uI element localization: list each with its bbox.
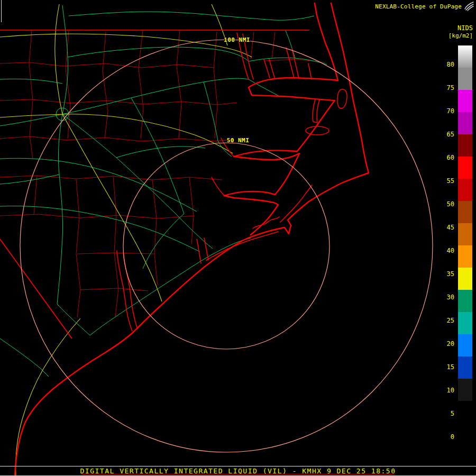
roanoke-island-path	[337, 89, 347, 108]
colorbar-segment	[458, 290, 472, 312]
colorbar-segment	[458, 68, 472, 90]
colorbar-tick-label: 80	[440, 45, 454, 69]
highways-layer	[0, 4, 252, 476]
colorbar-units: [kg/m2]	[431, 32, 473, 39]
colorbar-segment	[458, 268, 472, 290]
state-borders-layer	[0, 30, 309, 338]
colorbar-labels: 80757065605550454035302520151050	[440, 45, 454, 441]
colorbar-segment	[458, 312, 472, 334]
outer-banks-path	[285, 3, 369, 234]
colorbar-tick-label: 30	[440, 278, 454, 301]
colorbar-tick-label: 65	[440, 115, 454, 139]
colorbar-segment	[458, 334, 472, 356]
highways-path	[0, 4, 252, 476]
colorbar-segment	[458, 223, 472, 245]
colorbar-tick-label: 50	[440, 185, 454, 208]
colorbar-segment	[458, 401, 472, 423]
colorbar-segment	[458, 356, 472, 379]
range-ring-100nmi	[20, 40, 433, 452]
colorbar-segment	[458, 90, 472, 112]
footer-rule-top	[0, 466, 476, 466]
colorbar-tick-label: 60	[440, 139, 454, 162]
colorbar-segment	[458, 201, 472, 223]
colorbar-tick-label: 70	[440, 92, 454, 115]
colorbar-segment	[458, 112, 472, 134]
colorbar-segment	[458, 134, 472, 157]
colorbar-tick-label: 75	[440, 69, 454, 92]
range-ring-label-100nmi: 100 NMI	[224, 36, 250, 43]
colorbar-segment	[458, 379, 472, 401]
range-ring-50nmi	[123, 143, 329, 349]
range-rings-layer	[20, 40, 433, 452]
colorbar-segment	[458, 179, 472, 201]
colorbar-segment	[458, 245, 472, 268]
colorbar-tick-label: 15	[440, 348, 454, 371]
colorbar-tick-label: 20	[440, 325, 454, 348]
ocean-coastline-path	[15, 227, 285, 476]
footer-underline	[81, 474, 395, 474]
radar-map	[0, 0, 476, 476]
county-borders-layer	[0, 30, 325, 317]
colorbar-tick-label: 5	[440, 395, 454, 418]
colorbar-tick-label: 10	[440, 371, 454, 395]
county-borders-path	[0, 30, 325, 317]
range-ring-label-50nmi: 50 NMI	[227, 137, 250, 144]
colorbar-tick-label: 45	[440, 208, 454, 232]
colorbar-tick-label: 35	[440, 255, 454, 278]
attribution-text: NEXLAB-College of DuPage	[375, 3, 462, 10]
map-border-tick	[1, 0, 2, 22]
lake-mattamuskeet	[306, 126, 329, 135]
colorbar-segments	[458, 45, 472, 423]
radar-display: 100 NMI 50 NMI NEXLAB-College of DuPage …	[0, 0, 476, 476]
cod-logo-icon	[464, 1, 474, 12]
colorbar-tick-label: 25	[440, 301, 454, 325]
colorbar-tick-label: 55	[440, 162, 454, 185]
colorbar-title: NIDS	[431, 24, 473, 32]
state-border-path	[0, 30, 309, 338]
colorbar-tick-label: 0	[440, 418, 454, 441]
colorbar-tick-label: 40	[440, 232, 454, 255]
colorbar-segment	[458, 45, 472, 68]
colorbar-segment	[458, 157, 472, 179]
